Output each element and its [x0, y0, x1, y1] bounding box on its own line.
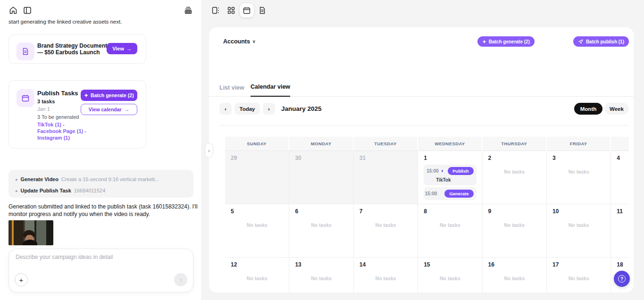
- prev-month-button[interactable]: ‹: [219, 103, 232, 115]
- send-button[interactable]: ↑: [174, 273, 187, 286]
- calendar-grid: SUNDAYMONDAYTUESDAYWEDNESDAYTHURSDAYFRID…: [225, 137, 629, 292]
- log-item: ● Update Publish Task 16684011524: [15, 188, 187, 193]
- day-number: 30: [295, 155, 347, 161]
- event-chip-row: 15:00Publish: [427, 167, 473, 175]
- calendar-day-cell[interactable]: 12No tasks: [225, 258, 289, 292]
- calendar-day-cell[interactable]: 115:00PublishTikTok15:00Generate: [418, 151, 482, 204]
- view-switcher-toolbar: [209, 3, 269, 18]
- day-number: 4: [617, 155, 629, 161]
- chat-sidebar: start generating the linked creative ass…: [0, 0, 202, 300]
- no-tasks-label: No tasks: [424, 222, 476, 228]
- arrow-up-icon: ↑: [179, 276, 183, 283]
- sidebar-collapse-handle[interactable]: ›: [205, 143, 213, 158]
- no-tasks-label: No tasks: [552, 275, 605, 281]
- day-header: SATURDAY: [611, 137, 629, 151]
- document-view-icon[interactable]: [255, 3, 269, 17]
- printer-icon[interactable]: [183, 5, 194, 16]
- home-icon[interactable]: [8, 5, 19, 16]
- tab-calendar-view[interactable]: Calendar view: [251, 83, 290, 97]
- calendar-day-cell[interactable]: 16No tasks: [483, 258, 547, 292]
- event-badge: Publish: [448, 167, 473, 175]
- calendar-day-cell[interactable]: 11No tasks: [611, 204, 629, 258]
- day-header: MONDAY: [289, 137, 353, 151]
- day-number: 3: [552, 155, 605, 161]
- assistant-message-tail: start generating the linked creative ass…: [8, 19, 195, 25]
- no-tasks-label: No tasks: [488, 169, 541, 175]
- board-view-icon[interactable]: [209, 3, 223, 17]
- no-tasks-label: No tasks: [231, 275, 283, 281]
- day-number: 11: [617, 208, 629, 215]
- arrow-right-icon: →: [125, 107, 130, 112]
- view-document-button[interactable]: View→: [107, 43, 137, 54]
- batch-publish-top-button[interactable]: Batch publish (1): [573, 36, 629, 47]
- video-thumbnail[interactable]: [8, 220, 53, 245]
- composer: + ↑: [8, 249, 193, 292]
- chevron-down-icon: ∨: [252, 39, 256, 44]
- calendar-panel: Accounts ∨ ✦ Batch generate (2) Batch pu…: [209, 27, 634, 292]
- calendar-day-cell[interactable]: 2No tasks: [483, 151, 547, 204]
- calendar-day-cell[interactable]: 9No tasks: [483, 204, 547, 258]
- chevron-left-icon: ‹: [225, 106, 226, 112]
- week-toggle-button[interactable]: Week: [604, 103, 629, 115]
- help-button[interactable]: ?: [614, 271, 630, 287]
- calendar-day-cell[interactable]: 17No tasks: [547, 258, 611, 292]
- event-badge: Generate: [444, 190, 473, 198]
- doc-card-title: Brand Strategy Document — $50 Earbuds La…: [37, 42, 108, 56]
- accounts-dropdown[interactable]: Accounts ∨: [223, 38, 256, 45]
- calendar-month-title: January 2025: [281, 105, 322, 112]
- event-time: 15:00: [425, 191, 437, 196]
- no-tasks-label: No tasks: [552, 222, 605, 228]
- calendar-day-cell[interactable]: 14No tasks: [354, 258, 418, 292]
- task-count: 3 tasks: [37, 99, 55, 104]
- calendar-icon: [17, 89, 34, 107]
- plus-icon: +: [19, 276, 24, 284]
- calendar-day-cell[interactable]: 31: [354, 151, 418, 204]
- event-platform: TikTok: [436, 177, 473, 183]
- calendar-day-cell[interactable]: 15No tasks: [418, 258, 482, 292]
- platform-links[interactable]: TikTok (1) - Facebook Page (1) - Instagr…: [37, 122, 90, 141]
- view-calendar-button[interactable]: View calendar→: [81, 104, 137, 115]
- month-toggle-button[interactable]: Month: [574, 103, 602, 115]
- calendar-day-cell[interactable]: 10No tasks: [547, 204, 611, 258]
- day-number: 1: [424, 155, 476, 161]
- calendar-day-cell[interactable]: 4No tasks: [611, 151, 629, 204]
- calendar-day-cell[interactable]: 13No tasks: [289, 258, 353, 292]
- send-plane-icon: [578, 39, 584, 44]
- sparkle-icon: ✦: [482, 39, 486, 44]
- calendar-view-icon[interactable]: [240, 3, 254, 17]
- assistant-message: Generation submitted and linked to the p…: [8, 203, 200, 218]
- today-button[interactable]: Today: [234, 103, 260, 115]
- chevron-right-icon: ›: [268, 106, 270, 112]
- calendar-day-cell[interactable]: 8No tasks: [418, 204, 482, 258]
- calendar-day-cell[interactable]: 29: [225, 151, 289, 204]
- no-tasks-label: No tasks: [488, 275, 541, 281]
- batch-generate-top-button[interactable]: ✦ Batch generate (2): [477, 36, 535, 47]
- day-number: 7: [360, 208, 412, 215]
- grid-view-icon[interactable]: [224, 3, 238, 17]
- day-number: 29: [231, 155, 283, 161]
- attach-button[interactable]: +: [15, 273, 28, 286]
- calendar-day-cell[interactable]: 30: [289, 151, 353, 204]
- day-number: 5: [231, 208, 283, 215]
- calendar-day-cell[interactable]: 6No tasks: [289, 204, 353, 258]
- tab-list-view[interactable]: List view: [219, 84, 244, 97]
- day-number: 2: [488, 155, 541, 161]
- day-number: 13: [295, 261, 347, 268]
- chevron-right-icon: ›: [208, 148, 209, 153]
- no-tasks-label: No tasks: [617, 222, 629, 228]
- event-chip[interactable]: 15:00PublishTikTok: [424, 165, 476, 185]
- next-month-button[interactable]: ›: [263, 103, 275, 115]
- calendar-day-cell[interactable]: 7No tasks: [354, 204, 418, 258]
- task-date: Jan 1: [37, 106, 50, 112]
- calendar-day-cell[interactable]: 3No tasks: [547, 151, 611, 204]
- panel-toggle-icon[interactable]: [22, 5, 33, 16]
- divider: [219, 125, 629, 125]
- question-icon: ?: [618, 275, 626, 283]
- calendar-day-cell[interactable]: 5No tasks: [225, 204, 289, 258]
- day-number: 8: [424, 208, 476, 215]
- campaign-input[interactable]: [16, 254, 185, 273]
- batch-generate-button[interactable]: ✦Batch generate (2): [81, 90, 137, 101]
- no-tasks-label: No tasks: [295, 275, 347, 281]
- event-chip[interactable]: 15:00Generate: [424, 187, 476, 200]
- day-number: 14: [360, 261, 412, 268]
